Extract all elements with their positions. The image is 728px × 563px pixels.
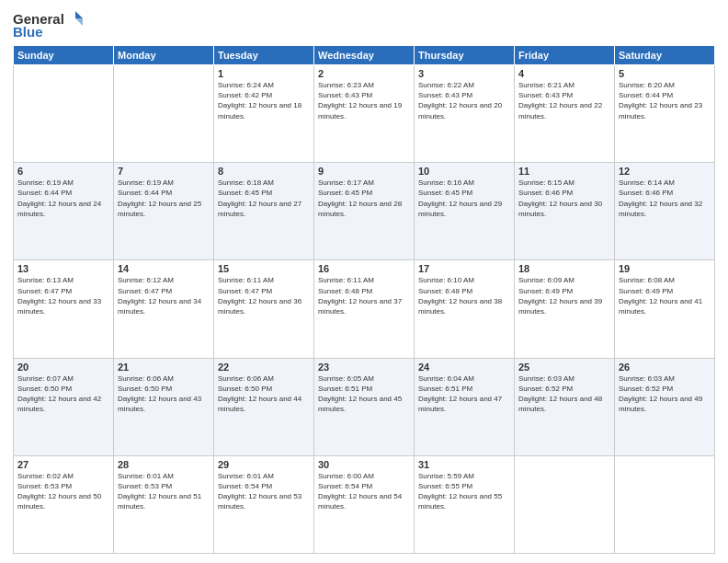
day-info: Sunrise: 6:15 AM Sunset: 6:46 PM Dayligh…	[518, 178, 610, 219]
day-number: 12	[619, 166, 711, 177]
weekday-header-row: SundayMondayTuesdayWednesdayThursdayFrid…	[14, 46, 715, 65]
week-row-5: 27Sunrise: 6:02 AM Sunset: 6:53 PM Dayli…	[14, 455, 715, 553]
day-number: 17	[418, 263, 510, 274]
logo: General Blue	[13, 9, 85, 40]
day-number: 10	[418, 166, 510, 177]
day-cell: 30Sunrise: 6:00 AM Sunset: 6:54 PM Dayli…	[314, 455, 415, 553]
day-cell	[615, 455, 715, 553]
day-info: Sunrise: 6:01 AM Sunset: 6:53 PM Dayligh…	[118, 471, 210, 512]
day-info: Sunrise: 6:12 AM Sunset: 6:47 PM Dayligh…	[118, 275, 210, 316]
day-cell: 10Sunrise: 6:16 AM Sunset: 6:45 PM Dayli…	[415, 163, 515, 260]
day-cell: 3Sunrise: 6:22 AM Sunset: 6:43 PM Daylig…	[415, 65, 515, 163]
day-info: Sunrise: 6:10 AM Sunset: 6:48 PM Dayligh…	[418, 275, 510, 316]
day-cell: 16Sunrise: 6:11 AM Sunset: 6:48 PM Dayli…	[314, 260, 415, 358]
day-cell: 18Sunrise: 6:09 AM Sunset: 6:49 PM Dayli…	[515, 260, 615, 358]
day-number: 25	[518, 362, 610, 373]
day-cell: 27Sunrise: 6:02 AM Sunset: 6:53 PM Dayli…	[14, 455, 114, 553]
day-info: Sunrise: 6:11 AM Sunset: 6:47 PM Dayligh…	[218, 275, 310, 316]
day-cell	[14, 65, 114, 163]
day-cell: 20Sunrise: 6:07 AM Sunset: 6:50 PM Dayli…	[14, 358, 114, 455]
day-number: 23	[318, 362, 410, 373]
page: General Blue SundayMondayTuesdayWednesda…	[0, 0, 728, 563]
day-info: Sunrise: 6:22 AM Sunset: 6:43 PM Dayligh…	[418, 80, 510, 121]
weekday-sunday: Sunday	[14, 46, 114, 65]
day-cell: 14Sunrise: 6:12 AM Sunset: 6:47 PM Dayli…	[114, 260, 214, 358]
day-info: Sunrise: 6:01 AM Sunset: 6:54 PM Dayligh…	[218, 471, 310, 512]
week-row-1: 1Sunrise: 6:24 AM Sunset: 6:42 PM Daylig…	[14, 65, 715, 163]
day-number: 31	[418, 459, 510, 470]
day-number: 6	[17, 166, 109, 177]
day-number: 7	[118, 166, 210, 177]
day-number: 3	[418, 68, 510, 79]
day-cell: 2Sunrise: 6:23 AM Sunset: 6:43 PM Daylig…	[314, 65, 415, 163]
day-number: 14	[118, 263, 210, 274]
day-cell: 12Sunrise: 6:14 AM Sunset: 6:46 PM Dayli…	[615, 163, 715, 260]
day-number: 30	[318, 459, 410, 470]
day-number: 20	[17, 362, 109, 373]
weekday-thursday: Thursday	[415, 46, 515, 65]
day-cell: 21Sunrise: 6:06 AM Sunset: 6:50 PM Dayli…	[114, 358, 214, 455]
day-info: Sunrise: 6:08 AM Sunset: 6:49 PM Dayligh…	[619, 275, 711, 316]
day-cell: 1Sunrise: 6:24 AM Sunset: 6:42 PM Daylig…	[214, 65, 314, 163]
day-info: Sunrise: 6:00 AM Sunset: 6:54 PM Dayligh…	[318, 471, 410, 512]
day-cell: 31Sunrise: 5:59 AM Sunset: 6:55 PM Dayli…	[415, 455, 515, 553]
day-cell: 23Sunrise: 6:05 AM Sunset: 6:51 PM Dayli…	[314, 358, 415, 455]
day-number: 21	[118, 362, 210, 373]
day-info: Sunrise: 6:04 AM Sunset: 6:51 PM Dayligh…	[418, 373, 510, 415]
day-info: Sunrise: 6:06 AM Sunset: 6:50 PM Dayligh…	[118, 373, 210, 415]
day-cell	[114, 65, 214, 163]
day-number: 15	[218, 263, 310, 274]
calendar-table: SundayMondayTuesdayWednesdayThursdayFrid…	[13, 45, 715, 554]
header: General Blue	[13, 9, 715, 40]
day-number: 27	[17, 459, 109, 470]
day-number: 26	[619, 362, 711, 373]
day-info: Sunrise: 6:19 AM Sunset: 6:44 PM Dayligh…	[17, 178, 109, 219]
day-cell: 17Sunrise: 6:10 AM Sunset: 6:48 PM Dayli…	[415, 260, 515, 358]
day-number: 8	[218, 166, 310, 177]
day-cell: 25Sunrise: 6:03 AM Sunset: 6:52 PM Dayli…	[515, 358, 615, 455]
day-cell: 4Sunrise: 6:21 AM Sunset: 6:43 PM Daylig…	[515, 65, 615, 163]
day-info: Sunrise: 6:21 AM Sunset: 6:43 PM Dayligh…	[518, 80, 610, 121]
day-number: 19	[619, 263, 711, 274]
day-number: 22	[218, 362, 310, 373]
day-info: Sunrise: 6:07 AM Sunset: 6:50 PM Dayligh…	[17, 373, 109, 415]
day-cell: 7Sunrise: 6:19 AM Sunset: 6:44 PM Daylig…	[114, 163, 214, 260]
day-number: 18	[518, 263, 610, 274]
day-cell: 9Sunrise: 6:17 AM Sunset: 6:45 PM Daylig…	[314, 163, 415, 260]
day-cell: 11Sunrise: 6:15 AM Sunset: 6:46 PM Dayli…	[515, 163, 615, 260]
day-number: 16	[318, 263, 410, 274]
day-cell: 28Sunrise: 6:01 AM Sunset: 6:53 PM Dayli…	[114, 455, 214, 553]
day-info: Sunrise: 6:03 AM Sunset: 6:52 PM Dayligh…	[518, 373, 610, 415]
day-info: Sunrise: 6:23 AM Sunset: 6:43 PM Dayligh…	[318, 80, 410, 121]
week-row-3: 13Sunrise: 6:13 AM Sunset: 6:47 PM Dayli…	[14, 260, 715, 358]
day-info: Sunrise: 6:20 AM Sunset: 6:44 PM Dayligh…	[619, 80, 711, 121]
day-number: 28	[118, 459, 210, 470]
day-cell: 24Sunrise: 6:04 AM Sunset: 6:51 PM Dayli…	[415, 358, 515, 455]
day-cell: 5Sunrise: 6:20 AM Sunset: 6:44 PM Daylig…	[615, 65, 715, 163]
day-number: 9	[318, 166, 410, 177]
day-info: Sunrise: 5:59 AM Sunset: 6:55 PM Dayligh…	[418, 471, 510, 512]
day-info: Sunrise: 6:09 AM Sunset: 6:49 PM Dayligh…	[518, 275, 610, 316]
day-info: Sunrise: 6:03 AM Sunset: 6:52 PM Dayligh…	[619, 373, 711, 415]
day-number: 2	[318, 68, 410, 79]
day-cell	[515, 455, 615, 553]
day-number: 1	[218, 68, 310, 79]
day-info: Sunrise: 6:13 AM Sunset: 6:47 PM Dayligh…	[17, 275, 109, 316]
day-info: Sunrise: 6:11 AM Sunset: 6:48 PM Dayligh…	[318, 275, 410, 316]
day-info: Sunrise: 6:17 AM Sunset: 6:45 PM Dayligh…	[318, 178, 410, 219]
week-row-4: 20Sunrise: 6:07 AM Sunset: 6:50 PM Dayli…	[14, 358, 715, 455]
weekday-friday: Friday	[515, 46, 615, 65]
day-info: Sunrise: 6:02 AM Sunset: 6:53 PM Dayligh…	[17, 471, 109, 512]
day-cell: 15Sunrise: 6:11 AM Sunset: 6:47 PM Dayli…	[214, 260, 314, 358]
weekday-saturday: Saturday	[615, 46, 715, 65]
day-cell: 6Sunrise: 6:19 AM Sunset: 6:44 PM Daylig…	[14, 163, 114, 260]
day-cell: 26Sunrise: 6:03 AM Sunset: 6:52 PM Dayli…	[615, 358, 715, 455]
svg-marker-0	[75, 11, 83, 18]
day-info: Sunrise: 6:06 AM Sunset: 6:50 PM Dayligh…	[218, 373, 310, 415]
logo-icon	[66, 9, 85, 28]
day-cell: 13Sunrise: 6:13 AM Sunset: 6:47 PM Dayli…	[14, 260, 114, 358]
svg-marker-1	[75, 18, 83, 26]
day-info: Sunrise: 6:05 AM Sunset: 6:51 PM Dayligh…	[318, 373, 410, 415]
day-cell: 8Sunrise: 6:18 AM Sunset: 6:45 PM Daylig…	[214, 163, 314, 260]
day-info: Sunrise: 6:19 AM Sunset: 6:44 PM Dayligh…	[118, 178, 210, 219]
